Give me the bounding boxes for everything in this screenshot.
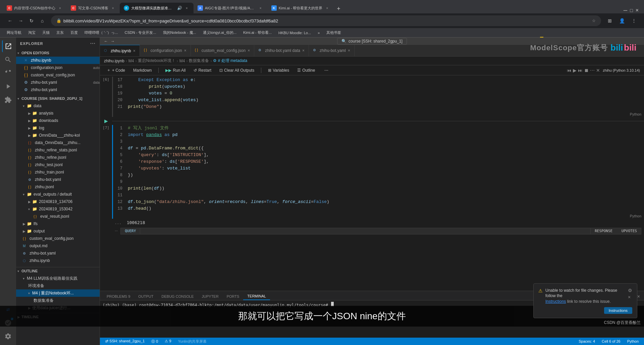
source-control-icon[interactable] — [2, 67, 14, 79]
instructions-button[interactable]: Instructions — [604, 307, 632, 314]
url-bar[interactable]: 🔒 bilibili.com/video/BV1vuWpezEKx/?spm_i… — [51, 15, 601, 26]
search-icon[interactable] — [2, 54, 14, 66]
more-tools-button[interactable]: ⋯ — [322, 67, 331, 73]
kernel-action-2[interactable]: ▶ — [573, 68, 577, 73]
bookmark-other[interactable]: 其他书签 — [324, 29, 344, 36]
editor-tab-yaml-data[interactable]: ⚙ zhihu-bot.yaml data × — [254, 45, 309, 57]
tab-close-editor-2[interactable]: × — [248, 48, 250, 53]
browser-tab-5[interactable]: K Kimi.ai - 帮你看更大的世界 × — [267, 3, 334, 13]
tree-ipynb-root[interactable]: ⬡ zhihu.ipynb — [16, 257, 100, 264]
tab-close-5[interactable]: × — [324, 5, 330, 11]
markdown-button[interactable]: Markdown — [130, 67, 154, 73]
open-editor-config[interactable]: { } configuration.json auto — [16, 64, 100, 71]
tree-jsonl[interactable]: { } zhihu.jsonl — [16, 183, 100, 191]
home-button[interactable]: ⌂ — [38, 16, 47, 25]
tab-close-1[interactable]: × — [57, 5, 63, 11]
tree-train[interactable]: { } zhihu_train.jsonl — [16, 168, 100, 176]
extensions-button[interactable]: ⊞ — [605, 16, 614, 25]
outline-item-2[interactable]: ▾ M4 | 重启Notebook环... — [16, 289, 100, 297]
panel-tab-problems[interactable]: PROBLEMS 9 — [103, 293, 134, 300]
tree-output[interactable]: ▶ 📁 output — [16, 227, 100, 235]
panel-tab-output[interactable]: OUTPUT — [134, 293, 157, 300]
bookmark-6[interactable]: CSDN - 专业开发... — [122, 29, 159, 36]
kernel-action-3[interactable]: ⏭ — [578, 68, 583, 73]
browser-tab-1[interactable]: C 内容管理-CSDN创作中心 × — [3, 3, 67, 13]
outline-item-0[interactable]: ▾ M4 LLM训练全链路最佳实践 — [16, 275, 100, 282]
back-button[interactable]: ← — [5, 16, 15, 25]
title-back[interactable]: ← — [104, 39, 108, 44]
breadcrumb-item-1[interactable]: M4 — [128, 59, 134, 63]
new-tab-button[interactable]: + — [334, 4, 343, 13]
tab-close-2[interactable]: × — [110, 5, 116, 11]
tree-date1[interactable]: ▶ 📁 20240819_134706 — [16, 198, 100, 205]
notification-close-icon[interactable]: × — [628, 294, 632, 300]
tree-date2[interactable]: ▾ 📁 20240819_153042 — [16, 205, 100, 213]
status-python[interactable]: Python — [626, 339, 640, 343]
browser-tab-2[interactable]: C 写文章-CSDN博客 × — [67, 3, 120, 13]
run-all-button[interactable]: ▶▶ Run All — [163, 67, 188, 73]
bookmark-7[interactable]: 我的Notebook - 魔... — [160, 29, 199, 36]
vscode-search-bar[interactable]: 🔍 course [SSH: shared_2gpu_1] — [337, 38, 407, 45]
panel-tab-ports[interactable]: PORTS — [223, 293, 244, 300]
status-cell-info[interactable]: Cell 6 of 26 — [600, 339, 622, 343]
breadcrumb-item-4[interactable]: 数据集准备 — [189, 58, 209, 64]
browser-tab-3[interactable]: B 大模型微调实践数据准备/清... 🔊 × — [120, 3, 194, 13]
editor-tab-custom[interactable]: { } custom_eval_config.json × — [191, 45, 254, 57]
cell-7-content[interactable]: 1 # 写入 jsonl 文件 2 import pandas as pd 3 … — [112, 125, 644, 219]
tab-close-editor-3[interactable]: × — [302, 48, 305, 53]
title-forward[interactable]: → — [111, 39, 115, 44]
status-warnings[interactable]: ⚠ 9 — [163, 339, 172, 344]
account-button[interactable]: 👤 — [617, 16, 627, 25]
tree-custom-eval[interactable]: { } custom_eval_config.json — [16, 235, 100, 242]
bookmark-1[interactable]: 淘宝 — [25, 29, 38, 36]
tab-close-4[interactable]: × — [258, 5, 263, 11]
outline-item-3[interactable]: 数据集准备 — [16, 297, 100, 304]
restart-button[interactable]: ↺ Restart — [191, 67, 214, 73]
open-editor-zhihu[interactable]: ✕ zhihu.ipynb — [16, 57, 100, 64]
tree-yaml-data[interactable]: ⚙ zhihu-bot.yaml — [16, 176, 100, 183]
minimize-button[interactable]: ─ — [624, 7, 627, 13]
instructions-link[interactable]: Instructions — [545, 299, 566, 304]
clear-outputs-button[interactable]: ⊡ Clear All Outputs — [217, 67, 257, 73]
bookmark-5[interactable]: 哔哩哔哩（ '· '）っ... — [82, 29, 121, 36]
bookmark-4[interactable]: 百度 — [68, 29, 80, 36]
tree-test[interactable]: { } zhihu_test.jsonl — [16, 161, 100, 168]
tree-downloads[interactable]: ▶ 📁 downloads — [16, 117, 100, 124]
code-add-button[interactable]: ＋ + Code — [104, 67, 128, 74]
kernel-action-4[interactable]: ⏹ — [584, 68, 589, 73]
forward-button[interactable]: → — [16, 16, 25, 25]
kernel-action-1[interactable]: ⏮ — [567, 68, 572, 73]
course-section[interactable]: ▾ COURSE [SSH: SHARED_2GPU_1] — [16, 95, 100, 102]
editor-tab-zhihu[interactable]: ⬡ zhihu.ipynb × — [100, 45, 140, 57]
tree-log[interactable]: ▶ 📁 log — [16, 124, 100, 132]
explorer-menu-icon[interactable]: ⋯ — [90, 40, 96, 47]
status-remote[interactable]: ⇄ SSH: shared_2gpu_1 — [104, 339, 146, 344]
bookmark-more[interactable]: » — [315, 30, 322, 36]
panel-tab-terminal[interactable]: TERMINAL — [243, 293, 270, 300]
browser-tab-4[interactable]: A AIGC专题-图片/声音/视频/Ager... × — [194, 3, 267, 13]
tab-close-editor-0[interactable]: × — [133, 49, 136, 53]
editor-tab-config[interactable]: { } configuration.json × — [140, 45, 191, 57]
outline-item-1[interactable]: 环境准备 — [16, 282, 100, 289]
status-errors[interactable]: ⓪ 0 — [150, 339, 159, 344]
open-editors-section[interactable]: ▾ OPEN EDITORS — [16, 49, 100, 57]
tree-analysis[interactable]: ▶ 📁 analysis — [16, 110, 100, 117]
tab-close-editor-4[interactable]: × — [348, 48, 350, 53]
extensions-icon[interactable] — [2, 94, 14, 106]
close-button[interactable]: × — [636, 7, 639, 13]
status-spaces[interactable]: Spaces: 4 — [577, 339, 596, 343]
tab-close-3[interactable]: × — [184, 5, 190, 11]
tree-data-folder[interactable]: ▾ 📁 data — [16, 102, 100, 110]
kernel-action-5[interactable]: ⋯ — [590, 68, 595, 73]
tree-data-omnidata[interactable]: { } data_OmniData__zhihu... — [16, 139, 100, 146]
outline-button[interactable]: ☰ Outline — [294, 67, 318, 73]
bookmark-9[interactable]: Kimi.ai - 帮你看... — [240, 29, 274, 36]
maximize-button[interactable]: □ — [630, 8, 633, 13]
bookmark-0[interactable]: 网址导航 — [4, 29, 24, 36]
kernel-action-6[interactable]: ✕ — [596, 68, 600, 73]
tree-refine[interactable]: { } zhihu_refine.jsonl — [16, 154, 100, 161]
breadcrumb-item-2[interactable]: 重启Notebook环境！ — [138, 58, 175, 64]
open-editor-yaml2[interactable]: ⚙ zhihu-bot.yaml — [16, 86, 100, 93]
reload-button[interactable]: ↻ — [27, 16, 36, 25]
tree-refine-stats[interactable]: { } zhihu_refine_stats.jsonl — [16, 146, 100, 154]
